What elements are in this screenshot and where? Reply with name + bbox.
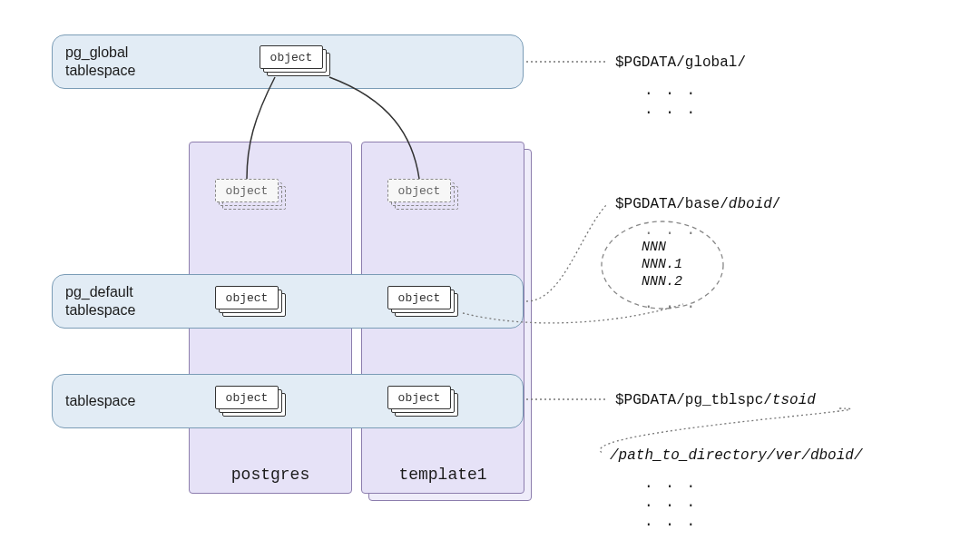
postgres-db-label: postgres	[190, 466, 351, 484]
pg-global-tablespace-label: pg_global tablespace	[53, 44, 135, 80]
object-item: object	[215, 386, 279, 409]
ellipsis: . . .	[644, 222, 697, 239]
ellipsis: . . .	[644, 476, 697, 492]
ellipsis: . . .	[644, 102, 697, 118]
object-item-dashed: object	[387, 179, 451, 202]
ellipsis: . . .	[644, 296, 697, 312]
path-tblspc-tsoid: tsoid	[772, 392, 816, 408]
object-item: object	[387, 386, 451, 409]
path-tblspc-prefix: $PGDATA/pg_tblspc/	[615, 392, 772, 408]
path-base: $PGDATA/base/dboid/	[615, 196, 780, 212]
nnn-line-0: NNN	[642, 240, 682, 257]
path-tblspc: $PGDATA/pg_tblspc/tsoid	[615, 392, 816, 408]
ellipsis: . . .	[644, 495, 697, 511]
ellipsis: . . .	[644, 514, 697, 530]
nnn-line-2: NNN.2	[642, 274, 682, 291]
path-global-prefix: $PGDATA/global/	[615, 54, 746, 71]
path-symlink-ver: ver	[775, 447, 801, 464]
object-item-dashed: object	[215, 179, 279, 202]
object-item: object	[260, 45, 323, 69]
diagram-stage: postgres template1 pg_global tablespace …	[0, 0, 980, 540]
path-symlink-slash2: /	[767, 447, 776, 464]
ellipsis: . . .	[644, 83, 697, 99]
object-item: object	[387, 286, 451, 309]
nnn-line-1: NNN.1	[642, 257, 682, 274]
object-item: object	[215, 286, 279, 309]
path-symlink-dboid: dboid	[810, 447, 854, 464]
path-symlink-slash1: /	[610, 447, 619, 464]
path-symlink-pathdir: path_to_directory	[619, 447, 767, 464]
path-base-trail: /	[772, 196, 781, 212]
pg-default-tablespace-label: pg_default tablespace	[53, 283, 135, 319]
path-symlink: /path_to_directory/ver/dboid/	[610, 447, 863, 464]
user-tablespace-label: tablespace	[53, 392, 135, 410]
template1-db-label: template1	[362, 466, 524, 484]
path-global: $PGDATA/global/	[615, 54, 746, 71]
nnn-filenames: NNN NNN.1 NNN.2	[642, 240, 682, 290]
path-symlink-trail: /	[854, 447, 863, 464]
path-base-dboid: dboid	[729, 196, 772, 212]
path-symlink-slash3: /	[801, 447, 810, 464]
path-base-prefix: $PGDATA/base/	[615, 196, 729, 212]
